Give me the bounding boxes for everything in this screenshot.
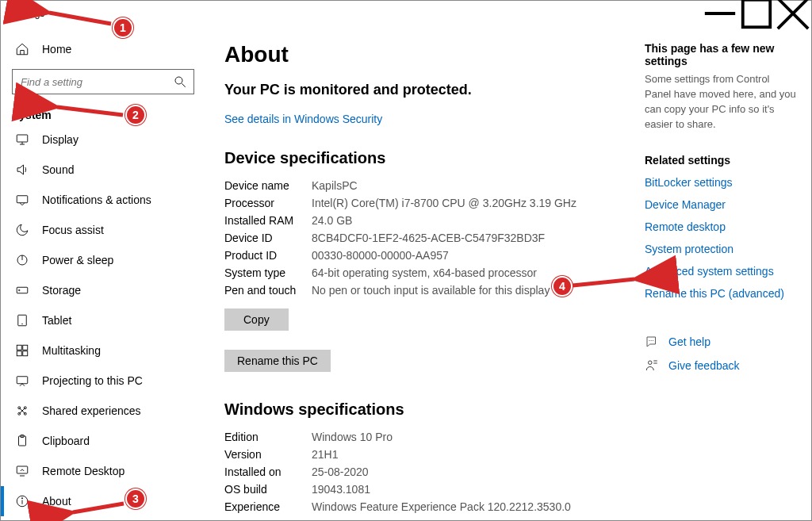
sidebar-item-label: Sound — [42, 163, 74, 176]
sidebar-item-label: Tablet — [42, 314, 71, 327]
related-settings-title: Related settings — [645, 154, 799, 167]
sidebar-item-label: Power & sleep — [42, 254, 113, 266]
spec-label: Device ID — [224, 232, 312, 244]
spec-value: KapilsPC — [312, 179, 618, 192]
new-settings-title: This page has a few new settings — [645, 42, 799, 67]
spec-label: Processor — [224, 197, 312, 209]
svg-point-34 — [653, 340, 653, 341]
search-input[interactable] — [19, 75, 173, 89]
clipboard-icon — [15, 434, 29, 448]
link-system-protection[interactable]: System protection — [645, 243, 799, 255]
home-icon — [15, 42, 29, 56]
svg-rect-1 — [743, 0, 771, 27]
multitasking-icon — [15, 343, 29, 358]
feedback-icon — [645, 358, 659, 373]
sidebar-item-projecting[interactable]: Projecting to this PC — [1, 366, 205, 396]
svg-rect-20 — [17, 377, 28, 384]
svg-rect-16 — [17, 345, 21, 350]
rename-pc-button[interactable]: Rename this PC — [224, 350, 331, 372]
spec-label: OS build — [224, 483, 312, 496]
spec-value: Windows Feature Experience Pack 120.2212… — [312, 500, 618, 513]
svg-rect-18 — [17, 351, 21, 356]
spec-label: Experience — [224, 500, 312, 513]
spec-value: 24.0 GB — [312, 214, 618, 227]
sidebar-category-system[interactable]: System — [1, 102, 205, 125]
maximize-button[interactable] — [738, 1, 775, 26]
spec-label: Pen and touch — [224, 284, 312, 297]
sidebar-item-label: Multitasking — [42, 344, 101, 357]
sidebar-item-remote-desktop[interactable]: Remote Desktop — [1, 456, 205, 486]
link-bitlocker-settings[interactable]: BitLocker settings — [645, 176, 799, 189]
spec-label: Edition — [224, 431, 312, 443]
sidebar-item-sound[interactable]: Sound — [1, 155, 205, 185]
info-icon — [15, 494, 29, 508]
sidebar-item-power-sleep[interactable]: Power & sleep — [1, 245, 205, 275]
link-get-help[interactable]: Get help — [645, 335, 799, 349]
link-remote-desktop[interactable]: Remote desktop — [645, 220, 799, 233]
window-titlebar: Settings — [1, 1, 811, 26]
sidebar-item-label: Remote Desktop — [42, 465, 124, 477]
sidebar-item-label: Storage — [42, 284, 81, 297]
notifications-icon — [15, 193, 29, 207]
spec-label: System type — [224, 266, 312, 279]
sidebar-item-label: Focus assist — [42, 224, 104, 236]
svg-rect-9 — [17, 196, 28, 203]
sidebar-item-label: Projecting to this PC — [42, 374, 143, 387]
projecting-icon — [15, 374, 29, 388]
section-title-device-spec: Device specifications — [224, 149, 618, 167]
spec-value: Intel(R) Core(TM) i7-8700 CPU @ 3.20GHz … — [312, 197, 618, 209]
link-see-windows-security[interactable]: See details in Windows Security — [224, 113, 382, 125]
link-advanced-system-settings[interactable]: Advanced system settings — [645, 265, 799, 278]
sidebar-home[interactable]: Home — [1, 34, 205, 64]
svg-point-31 — [21, 498, 22, 499]
link-label: Get help — [668, 335, 710, 348]
svg-line-5 — [182, 83, 186, 87]
sidebar-item-focus-assist[interactable]: Focus assist — [1, 215, 205, 245]
remote-desktop-icon — [15, 464, 29, 478]
search-box[interactable] — [12, 69, 194, 94]
minimize-button[interactable] — [702, 1, 738, 26]
svg-rect-6 — [17, 135, 28, 142]
window-title: Settings — [10, 8, 44, 19]
link-give-feedback[interactable]: Give feedback — [645, 358, 799, 373]
spec-label: Product ID — [224, 249, 312, 262]
svg-rect-19 — [23, 351, 28, 356]
shared-icon — [15, 404, 29, 418]
spec-label: Installed RAM — [224, 214, 312, 227]
sidebar-item-shared-experiences[interactable]: Shared experiences — [1, 396, 205, 426]
new-settings-text: Some settings from Control Panel have mo… — [645, 72, 799, 132]
link-rename-pc-advanced[interactable]: Rename this PC (advanced) — [645, 287, 799, 300]
spec-value: 8CB4DCF0-1EF2-4625-ACEB-C5479F32BD3F — [312, 232, 618, 244]
svg-point-32 — [651, 340, 652, 341]
sidebar-item-storage[interactable]: Storage — [1, 275, 205, 305]
spec-value: 21H1 — [312, 448, 618, 461]
spec-value: 19043.1081 — [312, 483, 618, 496]
main-content: About Your PC is monitored and protected… — [205, 26, 642, 520]
section-title-windows-spec: Windows specifications — [224, 400, 618, 419]
protection-status: Your PC is monitored and protected. — [224, 82, 618, 98]
sound-icon — [15, 163, 29, 177]
sidebar-item-label: Clipboard — [42, 435, 90, 447]
sidebar-item-label: Display — [42, 133, 79, 146]
sidebar-item-notifications[interactable]: Notifications & actions — [1, 185, 205, 215]
sidebar-item-multitasking[interactable]: Multitasking — [1, 335, 205, 366]
sidebar-item-display[interactable]: Display — [1, 125, 205, 155]
svg-point-13 — [19, 289, 21, 291]
sidebar-item-clipboard[interactable]: Clipboard — [1, 426, 205, 456]
display-icon — [15, 132, 29, 147]
storage-icon — [15, 283, 29, 297]
sidebar-item-tablet[interactable]: Tablet — [1, 305, 205, 335]
svg-rect-17 — [23, 345, 28, 350]
close-button[interactable] — [775, 1, 811, 26]
link-device-manager[interactable]: Device Manager — [645, 198, 799, 211]
spec-value: 00330-80000-00000-AA957 — [312, 249, 618, 262]
sidebar-item-label: Shared experiences — [42, 404, 141, 417]
spec-label: Installed on — [224, 465, 312, 478]
sidebar-home-label: Home — [42, 43, 71, 56]
sidebar-item-about[interactable]: About — [1, 486, 205, 516]
svg-point-35 — [649, 361, 653, 365]
spec-label: Device name — [224, 179, 312, 192]
spec-value: Windows 10 Pro — [312, 431, 618, 443]
link-label: Give feedback — [668, 359, 740, 372]
copy-device-spec-button[interactable]: Copy — [224, 308, 289, 331]
